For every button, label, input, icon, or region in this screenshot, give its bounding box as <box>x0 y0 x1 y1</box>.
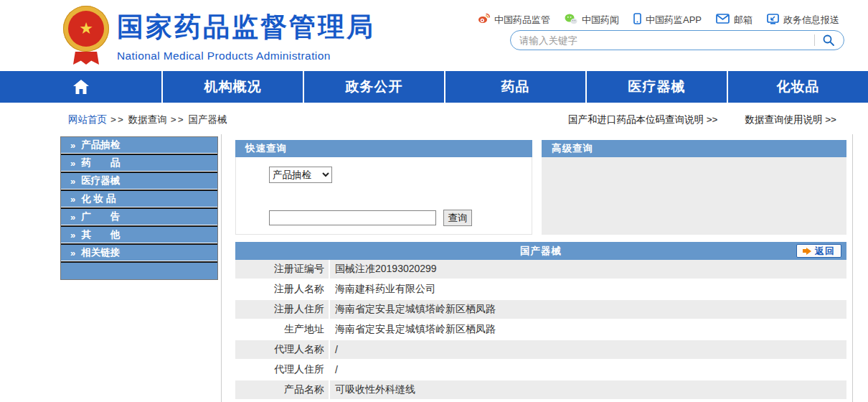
monitor-icon <box>767 14 779 27</box>
row-value: / <box>330 360 846 379</box>
double-chevron-icon: » <box>70 140 75 151</box>
row-value: 海南省定安县定城镇塔岭新区栖凤路 <box>330 320 846 339</box>
table-row: 注册人名称 海南建科药业有限公司 <box>235 280 846 300</box>
table-row: 注册人住所 海南省定安县定城镇塔岭新区栖凤路 <box>235 300 846 320</box>
quick-query-input[interactable] <box>269 210 436 225</box>
row-label: 产品名称 <box>235 380 330 399</box>
double-chevron-icon: » <box>70 176 75 187</box>
breadcrumb-row: 网站首页>>数据查询>>国产器械 国产和进口药品本位码查询说明 >> 数据查询使… <box>0 103 868 134</box>
nav-org-overview[interactable]: 机构概况 <box>163 71 304 103</box>
detail-table: 国产器械 返回 注册证编号 国械注准20193020299 注册人名称 海南建科… <box>235 242 846 401</box>
search-icon[interactable] <box>822 34 835 47</box>
link-mail[interactable]: 邮箱 <box>716 14 753 27</box>
sidebar-item-product-sampling[interactable]: » 产品抽检 <box>61 137 217 154</box>
sidebar-item-other[interactable]: » 其 他 <box>61 227 217 243</box>
nav-cosmetics[interactable]: 化妆品 <box>728 71 868 103</box>
table-row: 代理人住所 / <box>235 360 846 380</box>
breadcrumb: 网站首页>>数据查询>>国产器械 <box>68 113 227 126</box>
breadcrumb-data-query[interactable]: 数据查询 <box>128 114 167 125</box>
site-subtitle: National Medical Products Administration <box>117 50 375 62</box>
breadcrumb-separator: >> <box>171 114 185 125</box>
back-button-label: 返回 <box>815 245 835 258</box>
back-button[interactable]: 返回 <box>796 244 841 258</box>
barcode-query-help-link[interactable]: 国产和进口药品本位码查询说明 >> <box>568 113 718 126</box>
sidebar-item-related-links[interactable]: » 相关链接 <box>61 245 217 261</box>
sidebar-item-drugs[interactable]: » 药 品 <box>61 155 217 172</box>
row-label: 代理人名称 <box>235 340 330 359</box>
quick-query-panel: 快速查询 产品抽检 查询 <box>235 140 532 235</box>
breadcrumb-separator: >> <box>110 114 125 125</box>
mail-icon <box>716 14 730 26</box>
site-title: 国家药品监督管理局 <box>117 9 375 45</box>
link-weibo[interactable]: 中国药品监管 <box>478 13 550 27</box>
query-button[interactable]: 查询 <box>443 210 472 226</box>
weibo-icon <box>478 13 490 27</box>
row-value: 海南建科药业有限公司 <box>330 280 846 299</box>
advanced-query-panel: 高级查询 <box>542 140 846 235</box>
link-label: 中国药品监管 <box>494 14 550 27</box>
advanced-query-body <box>542 157 846 235</box>
nav-drugs[interactable]: 药品 <box>445 71 587 103</box>
row-label: 注册人名称 <box>235 280 330 299</box>
nav-gov-affairs[interactable]: 政务公开 <box>304 71 445 103</box>
breadcrumb-right-links: 国产和进口药品本位码查询说明 >> 数据查询使用说明 >> <box>568 113 836 126</box>
sidebar-item-label: 其 他 <box>81 228 120 241</box>
link-label: 中国药监APP <box>646 14 702 27</box>
sidebar-item-cosmetics[interactable]: » 化 妆 品 <box>61 191 217 207</box>
quick-query-header: 快速查询 <box>235 140 532 157</box>
query-panels: 快速查询 产品抽检 查询 高级查询 <box>235 140 846 235</box>
data-query-help-link[interactable]: 数据查询使用说明 >> <box>745 113 836 126</box>
double-chevron-icon: » <box>70 212 75 223</box>
star-icon: ★ <box>79 21 93 37</box>
sidebar-filler-bar <box>61 263 217 279</box>
main-nav: 机构概况 政务公开 药品 医疗器械 化妆品 <box>0 71 868 103</box>
link-label: 政务信息报送 <box>783 14 839 27</box>
site-search <box>510 30 844 50</box>
breadcrumb-home[interactable]: 网站首页 <box>68 114 107 125</box>
sidebar-item-label: 化 妆 品 <box>81 192 115 205</box>
table-row: 注册证编号 国械注准20193020299 <box>235 260 846 280</box>
table-row: 产品名称 可吸收性外科缝线 <box>235 380 846 401</box>
sidebar-item-advertising[interactable]: » 广 告 <box>61 209 217 225</box>
sidebar-item-label: 相关链接 <box>81 246 120 259</box>
link-label: 中国药闻 <box>582 14 619 27</box>
header-quick-links: 中国药品监管 中国药闻 中国药监APP 邮箱 <box>478 13 839 27</box>
page: ★ 国家药品监督管理局 National Medical Products Ad… <box>0 0 868 402</box>
wechat-icon <box>565 14 577 27</box>
double-chevron-icon: » <box>70 194 75 205</box>
double-chevron-icon: » <box>70 158 75 169</box>
sidebar-item-label: 医疗器械 <box>81 174 120 187</box>
quick-query-body: 产品抽检 查询 <box>235 157 532 235</box>
home-icon <box>72 79 90 95</box>
row-value: 海南省定安县定城镇塔岭新区栖凤路 <box>330 300 846 319</box>
sidebar-item-label: 药 品 <box>81 156 120 169</box>
search-input[interactable] <box>519 35 808 46</box>
row-value: 国械注准20193020299 <box>330 260 846 279</box>
row-label: 注册证编号 <box>235 260 330 279</box>
detail-table-header: 国产器械 返回 <box>235 242 846 260</box>
phone-icon <box>633 13 641 27</box>
double-chevron-icon: » <box>70 230 75 240</box>
link-report[interactable]: 政务信息报送 <box>767 14 839 27</box>
row-label: 生产地址 <box>235 320 330 339</box>
breadcrumb-current: 国产器械 <box>189 114 227 125</box>
double-chevron-icon: » <box>70 248 75 258</box>
detail-table-title: 国产器械 <box>520 245 562 258</box>
national-emblem-logo: ★ <box>62 6 110 66</box>
search-divider <box>814 34 815 46</box>
row-value: / <box>330 340 846 359</box>
link-app[interactable]: 中国药监APP <box>633 13 702 27</box>
category-select[interactable]: 产品抽检 <box>269 167 332 183</box>
nav-medical-devices[interactable]: 医疗器械 <box>587 71 728 103</box>
content-area: » 产品抽检 » 药 品 » 医疗器械 » 化 妆 品 » 广 告 » 其 他 <box>0 134 868 402</box>
link-label: 邮箱 <box>734 14 753 27</box>
advanced-query-header: 高级查询 <box>542 140 846 157</box>
link-wechat[interactable]: 中国药闻 <box>565 14 619 27</box>
table-row: 代理人名称 / <box>235 340 846 360</box>
row-label: 代理人住所 <box>235 360 330 379</box>
sidebar-item-medical-devices[interactable]: » 医疗器械 <box>61 173 217 190</box>
row-label: 注册人住所 <box>235 300 330 319</box>
nav-home[interactable] <box>0 71 163 103</box>
back-arrow-icon <box>803 248 811 255</box>
sidebar-item-label: 产品抽检 <box>81 139 120 151</box>
